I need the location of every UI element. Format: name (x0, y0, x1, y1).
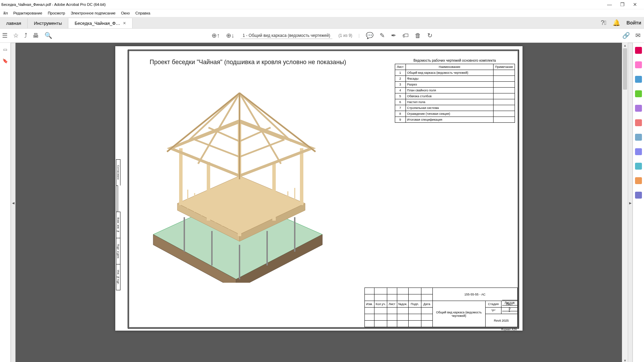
minimize-icon[interactable]: — (607, 2, 612, 7)
tb-izm: Изм. (364, 301, 374, 308)
menu-edit[interactable]: Редактирование (11, 10, 45, 16)
menu-bar: йл Редактирование Просмотр Электронное п… (0, 9, 644, 17)
upload-icon[interactable]: ⤴ (24, 32, 27, 39)
tool-icon[interactable] (635, 105, 642, 112)
svg-line-40 (240, 140, 284, 157)
divider: | (359, 33, 360, 38)
toolbar-center: ⊕↑ ⊕↓ 1 - Общий вид каркаса (ведомость ч… (212, 32, 432, 39)
close-icon[interactable]: ✕ (633, 2, 637, 7)
tab-bar-right: ?⃝ 🔔 Войти (601, 17, 641, 28)
schedule-col-note: Примечание (494, 64, 515, 70)
table-row: 9Итоговая спецификация (395, 117, 515, 123)
vertical-scrollbar[interactable]: ▲ ▼ (622, 43, 628, 362)
title-block: 155-55-55 - АС Изм. Кол.уч. Лист №док. П… (364, 288, 518, 327)
mail-icon[interactable]: ✉ (635, 32, 641, 39)
toolbar: ☰ ☆ ⤴ 🖶 🔍 ⊕↑ ⊕↓ 1 - Общий вид каркаса (в… (0, 29, 644, 43)
menu-file[interactable]: йл (1, 10, 10, 16)
tab-close-icon[interactable]: ✕ (123, 21, 126, 26)
delete-icon[interactable]: 🗑 (415, 32, 421, 39)
thumbnails-icon[interactable]: ▭ (3, 47, 7, 52)
title-bar: Беседка_Чайная_Финал.pdf - Adobe Acrobat… (0, 0, 644, 9)
tool-icon[interactable] (635, 61, 642, 68)
print-icon[interactable]: 🖶 (33, 32, 39, 39)
tool-icon[interactable] (635, 134, 642, 141)
window-title: Беседка_Чайная_Финал.pdf - Adobe Acrobat… (1, 2, 106, 7)
star-icon[interactable]: ☆ (13, 32, 19, 39)
tab-document[interactable]: Беседка_Чайная_Ф… ✕ (68, 18, 133, 28)
sidebar-toggle-icon[interactable]: ☰ (2, 32, 8, 39)
page-label[interactable]: 1 - Общий вид каркаса (ведомость чертеже… (241, 32, 332, 39)
page-area[interactable]: Проект беседки "Чайная" (подшивка и кров… (16, 43, 622, 362)
table-row: 4План свайного поля (395, 88, 515, 93)
left-panel: ▭ 🔖 (0, 43, 11, 362)
tool-icon[interactable] (635, 47, 642, 54)
scroll-thumb[interactable] (623, 48, 627, 90)
tab-home[interactable]: лавная (0, 18, 28, 28)
workspace: ▭ 🔖 ◀ Проект беседки "Чайная" (подшивка … (0, 43, 644, 362)
side-cell: Инв. № подп. (116, 264, 120, 290)
stamp-icon[interactable]: 🏷 (402, 32, 409, 39)
side-cell: Подп. и дата (116, 238, 120, 264)
side-cell: Согласовано (116, 159, 120, 185)
tool-icon[interactable] (635, 90, 642, 97)
highlight-icon[interactable]: ✎ (380, 32, 385, 39)
bell-icon[interactable]: 🔔 (613, 19, 620, 27)
toolbar-left: ☰ ☆ ⤴ 🖶 🔍 (2, 32, 52, 39)
tool-icon[interactable] (635, 177, 642, 184)
left-collapse-button[interactable]: ◀ (11, 43, 16, 362)
tool-icon[interactable] (635, 119, 642, 126)
tool-icon[interactable] (635, 163, 642, 170)
tool-icon[interactable] (635, 76, 642, 83)
table-row: 7Стропильная система (395, 105, 515, 111)
link-icon[interactable]: 🔗 (622, 32, 630, 39)
help-icon[interactable]: ?⃝ (601, 19, 607, 27)
scroll-up-icon[interactable]: ▲ (622, 43, 628, 48)
comment-icon[interactable]: 💬 (366, 32, 373, 39)
drawing-title: Проект беседки "Чайная" (подшивка и кров… (150, 59, 347, 66)
side-cell (116, 185, 118, 212)
side-block: Согласовано Взам. инв. № Подп. и дата Ин… (116, 159, 126, 318)
search-icon[interactable]: 🔍 (45, 32, 52, 39)
bookmarks-icon[interactable]: 🔖 (2, 58, 8, 63)
tb-stage-h: Стадия (485, 301, 501, 308)
menu-view[interactable]: Просмотр (46, 10, 67, 16)
scroll-down-icon[interactable]: ▼ (622, 358, 628, 362)
menu-window[interactable]: Окно (119, 10, 132, 16)
menu-help[interactable]: Справка (133, 10, 152, 16)
tb-podp: Подп. (409, 301, 421, 308)
login-button[interactable]: Войти (626, 20, 641, 26)
table-row: 3Разрез (395, 82, 515, 88)
tb-list: Лист (387, 301, 397, 308)
tab-home-label: лавная (6, 21, 21, 26)
svg-line-44 (240, 122, 284, 140)
window-controls: — ❐ ✕ (607, 2, 643, 7)
toolbar-right: 🔗 ✉ (622, 32, 641, 39)
tab-tools[interactable]: Инструменты (28, 18, 68, 28)
table-row: 5Обвязка столбов (395, 93, 515, 99)
page-down-icon[interactable]: ⊕↓ (226, 32, 234, 39)
rotate-icon[interactable]: ↻ (427, 32, 432, 39)
schedule-col-list: Лист (395, 64, 406, 70)
schedule-col-name: Наименование (406, 64, 494, 70)
tab-bar: лавная Инструменты Беседка_Чайная_Ф… ✕ ?… (0, 17, 644, 29)
table-row: 6Настил пола (395, 99, 515, 105)
menu-esign[interactable]: Электронное подписание (69, 10, 118, 16)
schedule-table: Ведомость рабочих чертежей основного ком… (395, 59, 515, 123)
tool-icon[interactable] (635, 148, 642, 155)
tb-kol: Кол.уч. (374, 301, 387, 308)
schedule-title: Ведомость рабочих чертежей основного ком… (395, 59, 515, 62)
tool-icon[interactable] (635, 192, 642, 199)
format-label: Формат А3А (501, 328, 517, 331)
pdf-page: Проект беседки "Чайная" (подшивка и кров… (115, 46, 523, 331)
sheet-title: Общий вид каркаса (ведомость чертежей) (432, 301, 485, 327)
svg-line-39 (195, 140, 240, 157)
tab-tools-label: Инструменты (34, 21, 62, 26)
sign-icon[interactable]: ✒ (391, 32, 396, 39)
scroll-track[interactable] (622, 48, 628, 358)
maximize-icon[interactable]: ❐ (620, 2, 625, 7)
right-collapse-button[interactable]: ▶ (628, 43, 633, 362)
tb-sheets-v: 9 (502, 306, 518, 311)
table-row: 1Общий вид каркаса (ведомость чертежей) (395, 70, 515, 76)
side-cell: Взам. инв. № (116, 212, 120, 238)
page-up-icon[interactable]: ⊕↑ (212, 32, 220, 39)
